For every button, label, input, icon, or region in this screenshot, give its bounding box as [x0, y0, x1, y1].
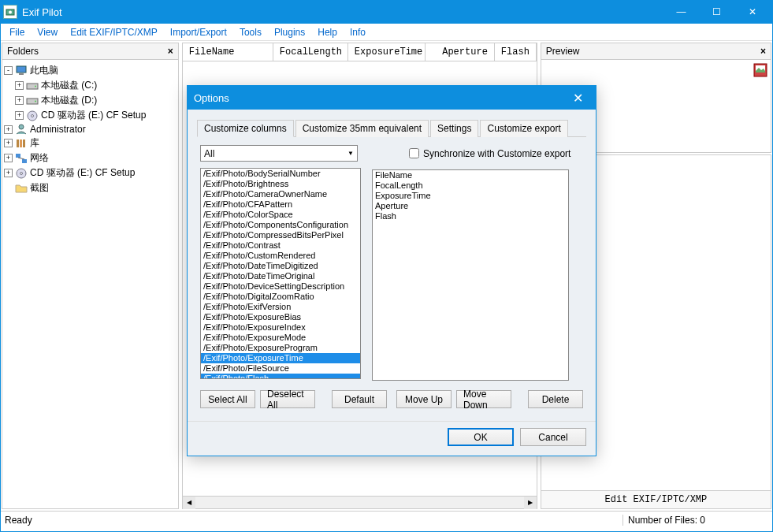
- list-item[interactable]: /Exif/Photo/ExposureProgram: [201, 343, 360, 353]
- list-item[interactable]: /Exif/Photo/ComponentsConfiguration: [201, 220, 360, 230]
- tab-customize-columns[interactable]: Customize columns: [197, 120, 294, 137]
- menu-file[interactable]: File: [3, 25, 31, 39]
- sync-label: Synchronize with Customize export: [423, 148, 570, 159]
- drive-icon: [26, 95, 39, 106]
- dialog-titlebar[interactable]: Options ✕: [188, 86, 596, 110]
- move-down-button[interactable]: Move Down: [456, 390, 511, 408]
- maximize-button[interactable]: ☐: [699, 0, 734, 24]
- deselect-all-button[interactable]: Deselect All: [260, 390, 315, 408]
- list-item[interactable]: /Exif/Photo/DeviceSettingDescription: [201, 281, 360, 292]
- horizontal-scrollbar[interactable]: ◀ ▶: [183, 496, 537, 508]
- status-file-count: Number of Files: 0: [622, 515, 768, 526]
- dialog-close-icon[interactable]: ✕: [566, 86, 589, 110]
- list-item[interactable]: /Exif/Photo/Contrast: [201, 240, 360, 251]
- folder-tree[interactable]: -此电脑+本地磁盘 (C:)+本地磁盘 (D:)+CD 驱动器 (E:) CF …: [2, 60, 178, 508]
- delete-button[interactable]: Delete: [528, 390, 583, 408]
- cd-icon: [15, 168, 28, 179]
- menu-import-export[interactable]: Import/Export: [164, 25, 233, 39]
- list-item[interactable]: /Exif/Photo/CustomRendered: [201, 251, 360, 261]
- filter-dropdown[interactable]: All ▼: [200, 145, 358, 162]
- list-item[interactable]: /Exif/Photo/DateTimeDigitized: [201, 261, 360, 271]
- tree-item[interactable]: +CD 驱动器 (E:) CF Setup: [15, 108, 177, 123]
- sync-checkbox[interactable]: [409, 148, 419, 158]
- list-item[interactable]: /Exif/Photo/FileSource: [201, 363, 360, 374]
- menu-bar: File View Edit EXIF/IPTC/XMP Import/Expo…: [0, 24, 773, 41]
- pc-icon: [15, 65, 28, 76]
- list-item[interactable]: /Exif/Photo/Flash: [201, 374, 360, 379]
- tree-label: 本地磁盘 (C:): [41, 79, 97, 92]
- tree-item[interactable]: +Administrator: [4, 123, 177, 136]
- list-item[interactable]: /Exif/Photo/ColorSpace: [201, 210, 360, 220]
- list-item[interactable]: /Exif/Photo/ExposureBias: [201, 312, 360, 322]
- list-item[interactable]: /Exif/Photo/ExposureIndex: [201, 322, 360, 333]
- tree-expander-icon[interactable]: +: [4, 139, 13, 147]
- list-item[interactable]: /Exif/Photo/BodySerialNumber: [201, 169, 360, 179]
- col-filename[interactable]: FileName: [183, 43, 273, 61]
- tab-customize-35mm[interactable]: Customize 35mm equivalent: [295, 120, 429, 137]
- folders-title: Folders: [7, 46, 168, 57]
- net-icon: [15, 153, 28, 164]
- col-exposuretime[interactable]: ExposureTime: [348, 43, 426, 61]
- menu-tools[interactable]: Tools: [233, 25, 268, 39]
- menu-help[interactable]: Help: [311, 25, 344, 39]
- list-item[interactable]: /Exif/Photo/CompressedBitsPerPixel: [201, 230, 360, 240]
- list-item[interactable]: FileName: [373, 170, 568, 180]
- list-item[interactable]: /Exif/Photo/CameraOwnerName: [201, 189, 360, 199]
- scroll-left-icon[interactable]: ◀: [183, 497, 195, 509]
- svg-point-5: [35, 85, 36, 87]
- list-item[interactable]: /Exif/Photo/ExifVersion: [201, 302, 360, 312]
- app-icon: [3, 5, 17, 19]
- tree-item[interactable]: 截图: [4, 180, 177, 195]
- list-item[interactable]: /Exif/Photo/Brightness: [201, 179, 360, 189]
- status-bar: Ready Number of Files: 0: [0, 511, 773, 528]
- selected-columns-list[interactable]: FileNameFocalLengthExposureTimeApertureF…: [372, 169, 569, 381]
- tree-item[interactable]: +网络: [4, 151, 177, 166]
- list-item[interactable]: /Exif/Photo/DateTimeOriginal: [201, 271, 360, 281]
- drive-icon: [26, 80, 39, 91]
- menu-edit-exif[interactable]: Edit EXIF/IPTC/XMP: [64, 25, 164, 39]
- minimize-button[interactable]: —: [663, 0, 699, 24]
- list-item[interactable]: ExposureTime: [373, 191, 568, 201]
- cancel-button[interactable]: Cancel: [520, 428, 586, 446]
- menu-info[interactable]: Info: [344, 25, 372, 39]
- tree-item[interactable]: +本地磁盘 (D:): [15, 93, 177, 108]
- list-item[interactable]: Flash: [373, 211, 568, 221]
- options-dialog: Options ✕ Customize columns Customize 35…: [187, 85, 596, 456]
- tree-expander-icon[interactable]: +: [4, 169, 13, 177]
- folders-close-icon[interactable]: ×: [168, 46, 173, 57]
- tab-customize-export[interactable]: Customize export: [480, 120, 567, 137]
- edit-exif-button[interactable]: Edit EXIF/IPTC/XMP: [541, 490, 771, 508]
- list-item[interactable]: Aperture: [373, 201, 568, 211]
- preview-close-icon[interactable]: ×: [760, 46, 766, 57]
- menu-view[interactable]: View: [31, 25, 64, 39]
- tree-item[interactable]: -此电脑: [4, 63, 177, 78]
- move-up-button[interactable]: Move Up: [396, 390, 452, 408]
- tree-expander-icon[interactable]: +: [4, 154, 13, 162]
- list-item[interactable]: /Exif/Photo/ExposureMode: [201, 333, 360, 343]
- menu-plugins[interactable]: Plugins: [268, 25, 311, 39]
- tab-settings[interactable]: Settings: [430, 120, 478, 137]
- col-flash[interactable]: Flash: [495, 43, 537, 61]
- list-item[interactable]: /Exif/Photo/ExposureTime: [201, 353, 360, 363]
- col-aperture[interactable]: Aperture: [426, 43, 495, 61]
- tree-expander-icon[interactable]: -: [4, 66, 13, 75]
- tree-item[interactable]: +本地磁盘 (C:): [15, 78, 177, 93]
- tree-label: 此电脑: [30, 64, 58, 77]
- close-button[interactable]: ✕: [734, 0, 770, 24]
- tree-item[interactable]: +库: [4, 136, 177, 151]
- tree-label: Administrator: [30, 124, 86, 135]
- default-button[interactable]: Default: [332, 390, 387, 408]
- col-focallength[interactable]: FocalLength: [273, 43, 348, 61]
- tree-expander-icon[interactable]: +: [15, 81, 24, 90]
- list-item[interactable]: /Exif/Photo/DigitalZoomRatio: [201, 292, 360, 302]
- tree-expander-icon[interactable]: +: [4, 125, 13, 134]
- tree-expander-icon[interactable]: +: [15, 96, 24, 105]
- scroll-right-icon[interactable]: ▶: [524, 497, 537, 509]
- available-fields-list[interactable]: /Exif/Photo/BodySerialNumber/Exif/Photo/…: [200, 168, 361, 379]
- list-item[interactable]: /Exif/Photo/CFAPattern: [201, 199, 360, 210]
- ok-button[interactable]: OK: [448, 428, 514, 446]
- select-all-button[interactable]: Select All: [200, 390, 255, 408]
- list-item[interactable]: FocalLength: [373, 180, 568, 191]
- tree-item[interactable]: +CD 驱动器 (E:) CF Setup: [4, 166, 177, 180]
- tree-expander-icon[interactable]: +: [15, 111, 24, 120]
